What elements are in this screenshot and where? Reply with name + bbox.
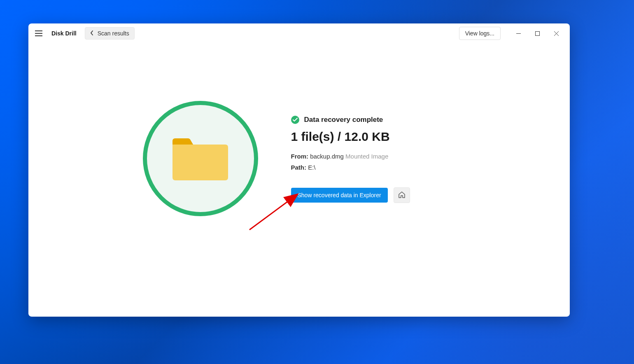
maximize-button[interactable] (528, 27, 547, 40)
breadcrumb-label: Scan results (98, 30, 129, 37)
path-info: Path: E:\ (291, 164, 456, 171)
window-controls (509, 27, 566, 40)
svg-rect-0 (516, 33, 521, 34)
show-recovered-button[interactable]: Show recovered data in Explorer (291, 188, 388, 203)
home-icon (398, 191, 406, 200)
source-name: backup.dmg (310, 153, 344, 160)
status-line: Data recovery complete (291, 116, 456, 124)
source-info: From: backup.dmg Mounted Image (291, 153, 456, 160)
minimize-button[interactable] (509, 27, 528, 40)
app-title: Disk Drill (51, 30, 77, 37)
titlebar: Disk Drill Scan results View logs... (28, 23, 570, 43)
home-button[interactable] (394, 187, 410, 203)
details-panel: Data recovery complete 1 file(s) / 12.0 … (291, 101, 456, 203)
from-label: From: (291, 153, 309, 160)
path-label: Path: (291, 164, 307, 171)
folder-icon (170, 134, 230, 183)
source-type: Mounted Image (345, 153, 388, 160)
summary-text: 1 file(s) / 12.0 KB (291, 130, 456, 144)
status-text: Data recovery complete (304, 116, 383, 124)
menu-button[interactable] (35, 27, 47, 40)
svg-rect-1 (535, 31, 539, 35)
content-area: Data recovery complete 1 file(s) / 12.0 … (28, 43, 570, 317)
scan-results-breadcrumb[interactable]: Scan results (85, 27, 135, 40)
chevron-left-icon (90, 30, 93, 37)
close-button[interactable] (547, 27, 566, 40)
folder-badge (143, 101, 258, 216)
check-icon (291, 116, 299, 124)
actions-row: Show recovered data in Explorer (291, 187, 456, 203)
app-window: Disk Drill Scan results View logs... (28, 23, 570, 317)
path-value: E:\ (308, 164, 315, 171)
view-logs-button[interactable]: View logs... (459, 27, 501, 40)
